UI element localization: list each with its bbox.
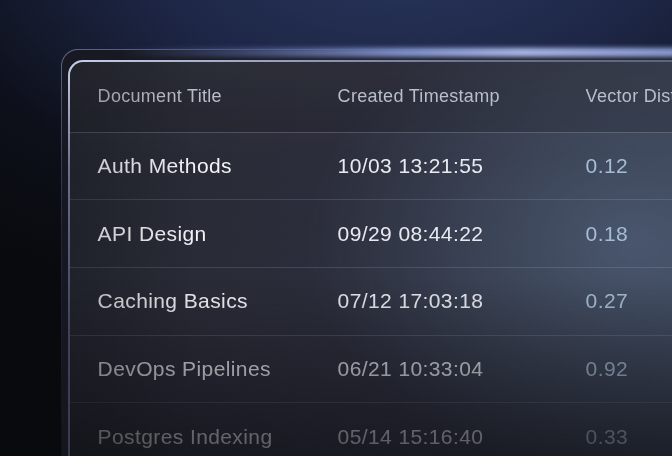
doc-title-cell: API Design (98, 222, 338, 246)
doc-title-cell: Caching Basics (98, 289, 338, 313)
doc-title-cell: Postgres Indexing (98, 425, 338, 449)
timestamp-cell: 05/14 15:16:40 (338, 425, 586, 449)
doc-title-cell: DevOps Pipelines (98, 357, 338, 381)
distance-cell: 0.27 (586, 289, 672, 313)
table-row[interactable]: Auth Methods 10/03 13:21:55 0.12 (70, 133, 672, 201)
distance-cell: 0.12 (586, 154, 672, 178)
table-row[interactable]: DevOps Pipelines 06/21 10:33:04 0.92 (70, 336, 672, 404)
timestamp-cell: 07/12 17:03:18 (338, 289, 586, 313)
top-glow-streak (118, 48, 672, 57)
doc-title-cell: Auth Methods (98, 154, 338, 178)
timestamp-cell: 06/21 10:33:04 (338, 357, 586, 381)
timestamp-cell: 09/29 08:44:22 (338, 222, 586, 246)
table-row[interactable]: API Design 09/29 08:44:22 0.18 (70, 200, 672, 268)
screenshot-stage: Document Title Created Timestamp Vector … (0, 0, 672, 456)
table-row[interactable]: Caching Basics 07/12 17:03:18 0.27 (70, 268, 672, 336)
distance-cell: 0.18 (586, 222, 672, 246)
table-body: Auth Methods 10/03 13:21:55 0.12 API Des… (70, 133, 672, 456)
column-header-created-timestamp: Created Timestamp (338, 86, 586, 107)
table-row[interactable]: Postgres Indexing 05/14 15:16:40 0.33 (70, 403, 672, 456)
distance-cell: 0.33 (586, 425, 672, 449)
distance-cell: 0.92 (586, 357, 672, 381)
documents-table: Document Title Created Timestamp Vector … (70, 62, 672, 456)
column-header-vector-distance: Vector Distance (586, 86, 672, 107)
table-header-row: Document Title Created Timestamp Vector … (70, 62, 672, 133)
documents-table-panel: Document Title Created Timestamp Vector … (68, 60, 672, 456)
timestamp-cell: 10/03 13:21:55 (338, 154, 586, 178)
column-header-document-title: Document Title (98, 86, 338, 107)
